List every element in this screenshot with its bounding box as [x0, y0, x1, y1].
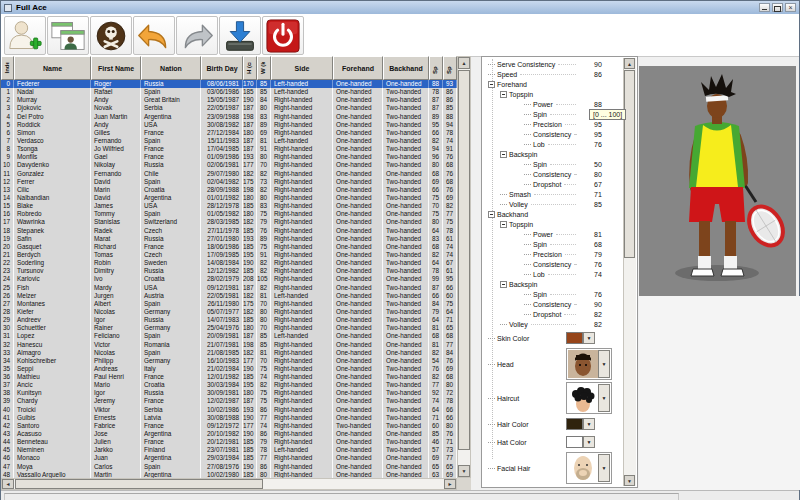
- dropdown-arrow-icon[interactable]: ▼: [598, 454, 610, 482]
- exit-button[interactable]: [262, 16, 304, 55]
- scroll-right-button[interactable]: ►: [444, 479, 456, 489]
- tree-scrollbar[interactable]: ▲ ▼: [623, 58, 636, 486]
- table-row[interactable]: 2MurrayAndyGreat Britain15/05/198719084R…: [1, 96, 457, 104]
- dropdown-arrow-icon[interactable]: ▼: [598, 384, 610, 412]
- table-row[interactable]: 31LopezFelicianoSpain20/09/198118785Left…: [1, 332, 457, 340]
- add-player-button[interactable]: [4, 16, 46, 55]
- table-row[interactable]: 8TsongaJo WilfriedFrance17/04/198518791R…: [1, 145, 457, 153]
- tree-expander[interactable]: [488, 81, 495, 88]
- tree-expander[interactable]: [500, 281, 507, 288]
- haircut-thumbnail-icon-combo[interactable]: ▼: [566, 382, 612, 414]
- table-row[interactable]: 21BerdychTomasCzech17/09/198519591Right-…: [1, 251, 457, 259]
- table-row[interactable]: 40TroickiViktorSerbia10/02/198619386Righ…: [1, 406, 457, 414]
- duplicate-player-button[interactable]: [47, 16, 89, 55]
- titlebar[interactable]: Full Ace ×: [1, 1, 799, 15]
- table-row[interactable]: 19SafinMaratRussia27/01/198019389Right-h…: [1, 235, 457, 243]
- tree-item-value[interactable]: 85: [594, 201, 624, 208]
- table-row[interactable]: 5RoddickAndyUSA30/08/198218789Right-hand…: [1, 121, 457, 129]
- column-header-name[interactable]: Name: [14, 56, 91, 80]
- table-row[interactable]: 24KarlovicIvoCroatia28/02/1979208105Righ…: [1, 275, 457, 283]
- table-row[interactable]: 29AndreevIgorRussia14/07/198318580Right-…: [1, 316, 457, 324]
- tree-item-value[interactable]: 76: [594, 261, 624, 268]
- player-3d-preview[interactable]: [639, 66, 796, 296]
- tree-item-value[interactable]: 95: [594, 131, 624, 138]
- tree-item-value[interactable]: 82: [594, 311, 624, 318]
- column-header-index[interactable]: Index: [1, 56, 14, 80]
- tree-item-value[interactable]: 74: [594, 271, 624, 278]
- table-row[interactable]: 6SimonGillesFrance27/12/198418069Right-h…: [1, 129, 457, 137]
- tree-item-value[interactable]: 90: [594, 301, 624, 308]
- table-row[interactable]: 12FerrerDavidSpain02/04/198217573Right-h…: [1, 178, 457, 186]
- tree-expander[interactable]: [500, 91, 507, 98]
- table-row[interactable]: 17WawrinkaStanislasSwitzerland28/03/1985…: [1, 218, 457, 226]
- table-row[interactable]: 27MontanesAlbertSpain26/11/198017570Righ…: [1, 300, 457, 308]
- scroll-down-button[interactable]: ▼: [458, 465, 470, 477]
- tree-item-value[interactable]: 80: [594, 171, 624, 178]
- table-row[interactable]: 34KohlschreiberPhilippGermany16/10/19831…: [1, 357, 457, 365]
- tree-item-value[interactable]: 76: [594, 141, 624, 148]
- table-row[interactable]: 13CilicMarinCroatia28/09/198819882Right-…: [1, 186, 457, 194]
- dropdown-arrow-icon[interactable]: ▼: [583, 332, 595, 344]
- tree-item-value[interactable]: 67: [594, 181, 624, 188]
- redo-button[interactable]: [176, 16, 218, 55]
- table-row[interactable]: 33AlmagroNicolasSpain21/08/198518281Righ…: [1, 349, 457, 357]
- table-horizontal-scrollbar[interactable]: ◄ ►: [1, 478, 457, 490]
- tree-item-value[interactable]: 95: [594, 121, 624, 128]
- tree-item-value[interactable]: 68: [594, 241, 624, 248]
- column-header-forehand[interactable]: Forehand: [333, 56, 383, 80]
- tree-item-value[interactable]: 71: [594, 191, 624, 198]
- table-row[interactable]: 41GulbisErnestsLatvia30/08/198819077Righ…: [1, 414, 457, 422]
- table-row[interactable]: 28KieferNicolasGermany05/07/197718280Rig…: [1, 308, 457, 316]
- column-header-w-kg[interactable]: W (kg): [257, 56, 271, 80]
- table-row[interactable]: 25FishMardyUSA09/12/198118782Right-hande…: [1, 284, 457, 292]
- head-thumbnail-icon-combo[interactable]: ▼: [566, 348, 612, 380]
- tree-item-value[interactable]: 81: [594, 231, 624, 238]
- table-row[interactable]: 42SantoroFabriceFrance09/12/197217774Rig…: [1, 422, 457, 430]
- column-header-side[interactable]: Side: [271, 56, 333, 80]
- tree-item-value[interactable]: 90: [594, 61, 624, 68]
- table-row[interactable]: 48Vassallo ArguelloMartinArgentina10/02/…: [1, 471, 457, 478]
- table-row[interactable]: 37AncicMarioCroatia30/03/198419582Right-…: [1, 381, 457, 389]
- column-header-nation[interactable]: Nation: [141, 56, 201, 80]
- tree-expander[interactable]: [500, 221, 507, 228]
- table-row[interactable]: 18StepanekRadekCzech27/11/197818576Right…: [1, 227, 457, 235]
- maximize-button[interactable]: [772, 3, 783, 12]
- table-row[interactable]: 47MoyaCarlosSpain27/08/197619086Right-ha…: [1, 463, 457, 471]
- table-row[interactable]: 0FedererRogerRussia08/06/198117085Left-h…: [1, 80, 457, 88]
- table-row[interactable]: 11GonzalezFernandoChile29/07/198018282Ri…: [1, 170, 457, 178]
- column-header-backhand[interactable]: Backhand: [383, 56, 429, 80]
- table-row[interactable]: 45NieminenJarkkoFinland23/07/198118578Le…: [1, 446, 457, 454]
- scroll-left-button[interactable]: ◄: [2, 479, 14, 489]
- table-row[interactable]: 22SoderlingRobinSweden14/08/198419082Rig…: [1, 259, 457, 267]
- tree-item-value[interactable]: 86: [594, 71, 624, 78]
- column-header-birth-day[interactable]: Birth Day: [201, 56, 243, 80]
- undo-button[interactable]: [133, 16, 175, 55]
- table-row[interactable]: 44BenneteauJulienFrance20/12/198118579Ri…: [1, 438, 457, 446]
- tree-scroll-thumb[interactable]: [624, 70, 635, 258]
- table-row[interactable]: 43AcasusoJoseArgentina20/10/198219086Rig…: [1, 430, 457, 438]
- scroll-up-button[interactable]: ▲: [458, 57, 470, 69]
- table-row[interactable]: 15BlakeJamesUSA28/12/197818583Right-hand…: [1, 202, 457, 210]
- minimize-button[interactable]: [759, 3, 770, 12]
- dropdown-arrow-icon[interactable]: ▼: [598, 350, 610, 378]
- tree-item-value[interactable]: 50: [594, 161, 624, 168]
- table-row[interactable]: 20GasquetRichardFrance18/06/198618575Rig…: [1, 243, 457, 251]
- table-row[interactable]: 23TursunovDimitryRussia12/12/198218582Ri…: [1, 267, 457, 275]
- save-button[interactable]: [219, 16, 261, 55]
- table-row[interactable]: 1NadalRafaelSpain03/06/198618585Left-han…: [1, 88, 457, 96]
- table-row[interactable]: 39ChardyJeremyFrance12/02/198718775Right…: [1, 397, 457, 405]
- tree-scroll-down-button[interactable]: ▼: [624, 475, 635, 486]
- vertical-scroll-thumb[interactable]: [458, 70, 470, 450]
- table-row[interactable]: 9MonfilsGaelFrance01/09/198619380Right-h…: [1, 153, 457, 161]
- table-row[interactable]: 35SeppiAndreasItaly21/02/198419075Right-…: [1, 365, 457, 373]
- skin-color-swatch-combo[interactable]: ▼: [566, 332, 595, 344]
- table-row[interactable]: 7VerdascoFernandoSpain15/11/198318781Lef…: [1, 137, 457, 145]
- table-row[interactable]: 38KunitsynIgorRussia30/09/198118075Right…: [1, 389, 457, 397]
- table-vertical-scrollbar[interactable]: ▲ ▼: [457, 56, 471, 478]
- close-button[interactable]: ×: [785, 3, 796, 12]
- delete-player-button[interactable]: [90, 16, 132, 55]
- horizontal-scroll-thumb[interactable]: [15, 479, 263, 489]
- table-row[interactable]: 26MelzerJurgenAustria22/05/198118281Left…: [1, 292, 457, 300]
- dropdown-arrow-icon[interactable]: ▼: [583, 418, 595, 430]
- column-header-sp[interactable]: Sp: [429, 56, 443, 80]
